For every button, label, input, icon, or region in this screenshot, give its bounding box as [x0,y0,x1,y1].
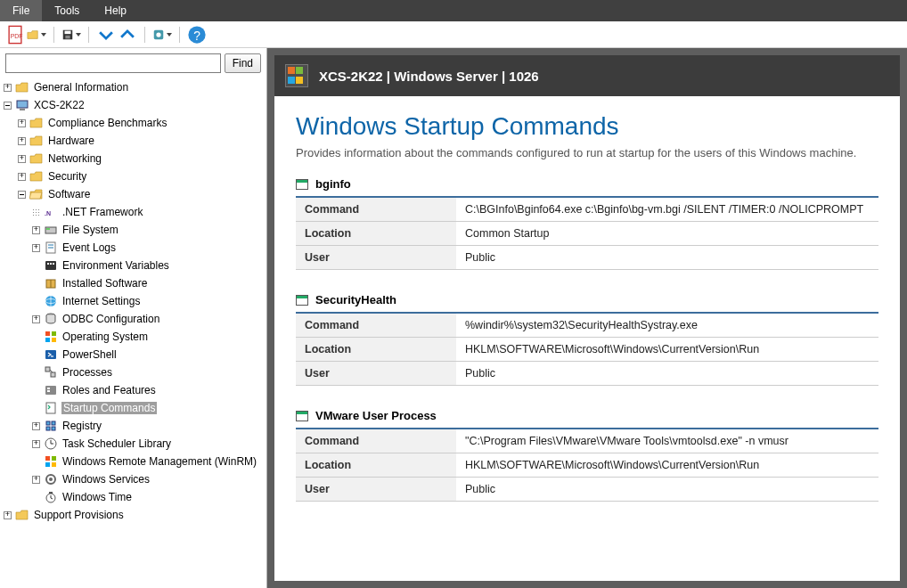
tree-label: Roles and Features [61,384,157,396]
svg-rect-41 [52,421,55,425]
section-header: SecurityHealth [296,290,878,314]
open-button[interactable] [27,25,46,45]
menu-help[interactable]: Help [92,0,139,21]
tree-node-windows-time[interactable]: Windows Time [2,488,265,506]
tree-label: Event Logs [61,241,117,254]
app-window-icon [296,179,308,190]
expand-toggle-icon[interactable] [32,226,40,234]
toolbar-separator [144,27,145,43]
startup-section: VMware User Process Command "C:\Program … [296,405,878,502]
tree-node-host[interactable]: XCS-2K22 [2,96,265,114]
tree-node-compliance[interactable]: Compliance Benchmarks [2,114,265,132]
row-value-command: %windir%\system32\SecurityHealthSystray.… [456,314,878,338]
chevron-down-icon [96,25,116,45]
svg-rect-47 [45,456,50,461]
folder-icon [29,151,44,166]
startup-section: bginfo Command C:\BGInfo\Bginfo64.exe c:… [296,174,878,270]
row-value-location: HKLM\SOFTWARE\Microsoft\Windows\CurrentV… [456,453,878,478]
row-label: Location [296,222,456,246]
tree-node-os[interactable]: Operating System [2,328,265,346]
tree-node-task-scheduler[interactable]: Task Scheduler Library [2,435,265,453]
tree-label: Operating System [61,331,149,343]
expand-toggle-icon[interactable] [32,315,40,323]
tree[interactable]: General Information XCS-2K22 Compliance … [0,78,266,588]
windows-icon [44,330,58,344]
tree-node-support-provisions[interactable]: Support Provisions [2,506,265,524]
tree-node-registry[interactable]: Registry [2,417,265,435]
row-value-location: Common Startup [456,222,878,246]
svg-rect-33 [45,367,50,372]
expand-toggle-icon[interactable] [32,244,40,252]
tree-label: Windows Time [61,491,133,503]
export-pdf-button[interactable]: PDF [5,25,25,45]
tree-node-powershell[interactable]: PowerShell [2,346,265,363]
tree-node-networking[interactable]: Networking [2,150,265,167]
computer-icon [15,98,29,112]
registry-icon [44,419,58,433]
expand-toggle-icon[interactable] [18,173,26,181]
tree-node-internet-settings[interactable]: Internet Settings [2,292,265,310]
help-icon: ? [187,25,207,45]
table-row: Command C:\BGInfo\Bginfo64.exe c:\Bginfo… [296,198,878,222]
collapse-button[interactable] [118,25,137,45]
svg-rect-20 [53,263,54,265]
row-label: User [296,362,456,386]
tree-node-filesystem[interactable]: File System [2,221,265,239]
collapse-toggle-icon[interactable] [18,191,26,199]
svg-rect-37 [47,388,50,389]
expand-toggle-icon[interactable] [4,511,12,519]
tree-node-installed-software[interactable]: Installed Software [2,274,265,292]
section-header: bginfo [296,174,878,198]
tree-label: Processes [61,366,113,379]
expand-toggle-icon[interactable] [18,137,26,145]
tree-node-security[interactable]: Security [2,167,265,185]
tree-node-dotnet[interactable]: .N .NET Framework [2,203,265,221]
spacer [32,387,40,395]
expand-toggle-icon[interactable] [18,119,26,127]
expand-toggle-icon[interactable] [32,440,40,448]
search-input[interactable] [5,53,221,73]
tree-node-windows-services[interactable]: Windows Services [2,470,265,488]
powershell-icon [44,347,58,362]
tree-node-general-information[interactable]: General Information [2,78,265,96]
expand-toggle-icon[interactable] [32,476,40,484]
tree-label: Environment Variables [61,259,170,272]
tree-node-eventlogs[interactable]: Event Logs [2,239,265,257]
tree-node-processes[interactable]: Processes [2,363,265,381]
tree-node-software[interactable]: Software [2,185,265,203]
svg-rect-48 [52,456,56,461]
processes-icon [44,365,58,380]
tree-node-hardware[interactable]: Hardware [2,132,265,150]
tree-node-startup-commands[interactable]: Startup Commands [2,399,265,417]
spacer [32,458,40,466]
table-row: Command "C:\Program Files\VMware\VMware … [296,429,878,453]
expand-toggle-icon[interactable] [18,155,26,163]
tree-node-envvars[interactable]: Environment Variables [2,257,265,274]
save-button[interactable] [61,25,81,45]
expand-button[interactable] [96,25,116,45]
expand-toggle-icon[interactable] [32,422,40,430]
spacer [32,404,40,412]
table-row: User Public [296,478,878,502]
startup-section: SecurityHealth Command %windir%\system32… [296,290,878,386]
row-value-user: Public [456,246,878,270]
row-value-location: HKLM\SOFTWARE\Microsoft\Windows\CurrentV… [456,338,878,362]
settings-button[interactable] [152,25,172,45]
collapse-toggle-icon[interactable] [4,102,12,110]
menu-file[interactable]: File [0,0,42,21]
table-row: Location HKLM\SOFTWARE\Microsoft\Windows… [296,338,878,362]
table-row: User Public [296,362,878,386]
tree-node-roles[interactable]: Roles and Features [2,381,265,399]
menu-tools[interactable]: Tools [42,0,92,21]
help-button[interactable]: ? [187,25,207,45]
envvars-icon [44,258,58,273]
tree-node-odbc[interactable]: ODBC Configuration [2,310,265,328]
tree-node-winrm[interactable]: Windows Remote Management (WinRM) [2,453,265,470]
clock-icon [44,437,58,451]
globe-icon [44,294,58,308]
svg-rect-13 [46,228,50,230]
folder-icon [15,508,29,522]
find-button[interactable]: Find [225,53,261,73]
expand-toggle-icon[interactable] [4,84,12,92]
package-icon [44,276,58,290]
